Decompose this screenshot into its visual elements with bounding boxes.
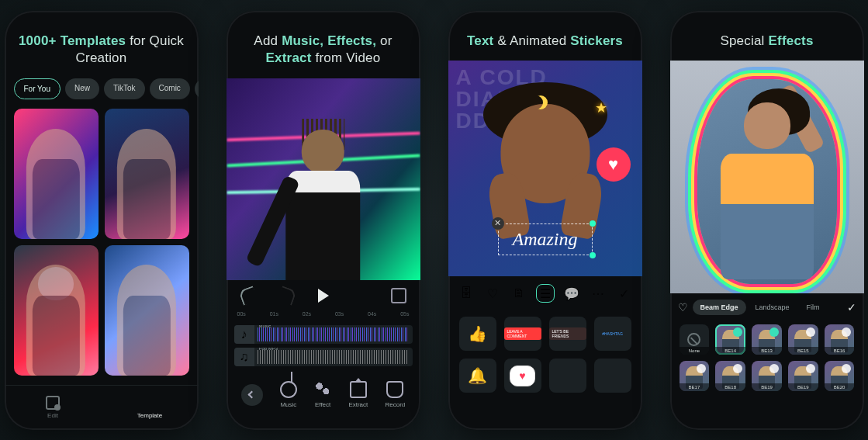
- nav-template[interactable]: Template: [102, 386, 199, 430]
- archive-icon[interactable]: 🗄: [457, 284, 475, 303]
- track-audio[interactable]: ♫ Pop MP3: [234, 348, 413, 366]
- download-icon: [769, 364, 779, 373]
- redo-icon[interactable]: [277, 286, 297, 307]
- chip-landscape[interactable]: Landscape: [748, 300, 797, 315]
- phone-music: Add Music, Effects, or Extract from Vide…: [227, 11, 420, 430]
- fx-be15[interactable]: BE15: [788, 324, 818, 355]
- audio-icon: ♫: [234, 348, 254, 366]
- headline-accent: 1000+ Templates: [19, 33, 126, 48]
- tab-new[interactable]: New: [65, 78, 99, 99]
- sticker-bell[interactable]: 🔔: [459, 359, 496, 393]
- download-icon: [733, 364, 742, 373]
- record-icon: [386, 381, 403, 398]
- headline-2: Add Music, Effects, or Extract from Vide…: [227, 11, 420, 79]
- heart-outline-icon[interactable]: ♡: [483, 284, 502, 303]
- template-categories: For You New TikTok Comic Popular: [5, 78, 199, 99]
- track-music[interactable]: ♪ Music: [234, 325, 413, 344]
- sticker-thumbs-up[interactable]: 👍: [459, 317, 496, 351]
- bottom-nav: Edit Template: [5, 385, 199, 430]
- effects-preview[interactable]: [670, 61, 864, 293]
- fx-be13[interactable]: BE13: [752, 324, 782, 355]
- fullscreen-icon[interactable]: [391, 288, 406, 303]
- confirm-icon[interactable]: ✓: [847, 301, 856, 314]
- download-icon: [806, 364, 815, 373]
- moon-sticker-icon[interactable]: [534, 95, 548, 109]
- downloaded-icon: [769, 327, 779, 337]
- tab-comic[interactable]: Comic: [150, 78, 190, 99]
- audio-tools: Music Effect Extract Record: [227, 370, 420, 422]
- headline-3: Text & Animated Stickers: [448, 11, 642, 61]
- sticker-heart-bubble[interactable]: ♥: [504, 359, 541, 393]
- sticker-comment-pill[interactable]: LEAVE A COMMENT: [504, 317, 541, 351]
- template-thumb-2[interactable]: [105, 109, 189, 239]
- tool-music[interactable]: Music: [280, 381, 297, 408]
- download-icon: [806, 327, 815, 337]
- download-icon: [697, 364, 706, 373]
- time-ruler: 00s 01s 02s 03s 04s 05s: [227, 311, 420, 317]
- sticker-empty-2[interactable]: [594, 359, 631, 393]
- phone-stickers: Text & Animated Stickers A COLD DIAMONDS…: [448, 11, 642, 430]
- fx-be14[interactable]: BE14: [715, 324, 745, 355]
- template-icon: [143, 396, 157, 410]
- fx-be20[interactable]: BE20: [825, 361, 855, 391]
- fx-none[interactable]: None: [680, 324, 710, 355]
- timeline-tracks[interactable]: ♪ Music ♫ Pop MP3: [227, 317, 420, 370]
- text-overlay[interactable]: Amazing: [513, 229, 578, 249]
- chevron-left-icon: [248, 391, 256, 399]
- template-thumb-4[interactable]: [105, 245, 189, 376]
- fx-be19b[interactable]: BE19: [788, 361, 818, 391]
- nav-edit[interactable]: Edit: [5, 386, 102, 430]
- download-icon: [842, 364, 851, 373]
- tab-popular[interactable]: Popular: [195, 78, 199, 99]
- favorite-icon[interactable]: ♡: [678, 301, 688, 314]
- none-icon: [687, 333, 700, 346]
- sticker-tab-icon[interactable]: ☰: [536, 284, 555, 303]
- phone-effects: Special Effects ♡ Beam Edge Landscape Fi…: [670, 11, 864, 430]
- sticker-grid: 👍 LEAVE A COMMENT LET'S BE FRIENDS #HASH…: [448, 310, 642, 405]
- effects-grid: None BE14 BE13 BE15 BE16 BE17 BE18 BE19 …: [670, 321, 864, 402]
- extract-icon: [350, 381, 367, 398]
- tool-extract[interactable]: Extract: [348, 381, 368, 408]
- download-icon: [842, 327, 851, 337]
- dots-icon[interactable]: ⋯: [589, 284, 607, 303]
- effects-filter-bar: ♡ Beam Edge Landscape Film ✓: [670, 293, 864, 321]
- file-icon[interactable]: 🗎: [510, 284, 528, 303]
- tool-effect[interactable]: Effect: [314, 381, 331, 408]
- nav-template-label: Template: [137, 412, 162, 419]
- phone-templates: 1000+ Templates for Quick Creation For Y…: [5, 11, 199, 430]
- back-button[interactable]: [241, 384, 263, 406]
- sticker-tool-tabs: 🗄 ♡ 🗎 ☰ 💬 ⋯ ✓: [448, 276, 642, 310]
- fx-be17[interactable]: BE17: [680, 361, 710, 391]
- template-thumb-1[interactable]: [14, 109, 99, 239]
- speech-icon[interactable]: 💬: [562, 284, 581, 303]
- edit-icon: [46, 396, 60, 410]
- fx-be19a[interactable]: BE19: [752, 361, 782, 391]
- headline-4: Special Effects: [670, 11, 864, 61]
- template-thumb-3[interactable]: [14, 245, 99, 376]
- chip-beam-edge[interactable]: Beam Edge: [693, 300, 746, 315]
- video-preview[interactable]: [227, 78, 420, 280]
- check-icon[interactable]: ✓: [615, 284, 634, 303]
- fx-be16[interactable]: BE16: [825, 324, 855, 355]
- downloaded-icon: [733, 327, 742, 337]
- nav-edit-label: Edit: [47, 412, 58, 419]
- effect-icon: [314, 381, 331, 398]
- tool-record[interactable]: Record: [386, 381, 406, 408]
- headline-1: 1000+ Templates for Quick Creation: [5, 11, 199, 79]
- sticker-empty-1[interactable]: [549, 359, 586, 393]
- chip-film[interactable]: Film: [799, 300, 828, 315]
- tab-tiktok[interactable]: TikTok: [104, 78, 145, 99]
- sticker-friends-pill[interactable]: LET'S BE FRIENDS: [549, 317, 586, 351]
- music-icon: [280, 381, 297, 398]
- transport-bar: [227, 280, 420, 311]
- close-icon[interactable]: ✕: [492, 217, 504, 230]
- sticker-hashtag[interactable]: #HASHTAG: [594, 317, 631, 351]
- tab-for-you[interactable]: For You: [14, 78, 61, 99]
- star-sticker-icon[interactable]: ★: [595, 99, 607, 116]
- fx-be18[interactable]: BE18: [715, 361, 745, 391]
- heart-sticker-icon[interactable]: ♥: [597, 147, 631, 182]
- undo-icon[interactable]: [238, 286, 258, 307]
- sticker-preview[interactable]: A COLD DIAMONDS DDIA ★ ♥ ✕ Amazing: [448, 61, 642, 276]
- play-icon[interactable]: [318, 289, 329, 303]
- text-overlay-box[interactable]: ✕ Amazing: [498, 223, 593, 255]
